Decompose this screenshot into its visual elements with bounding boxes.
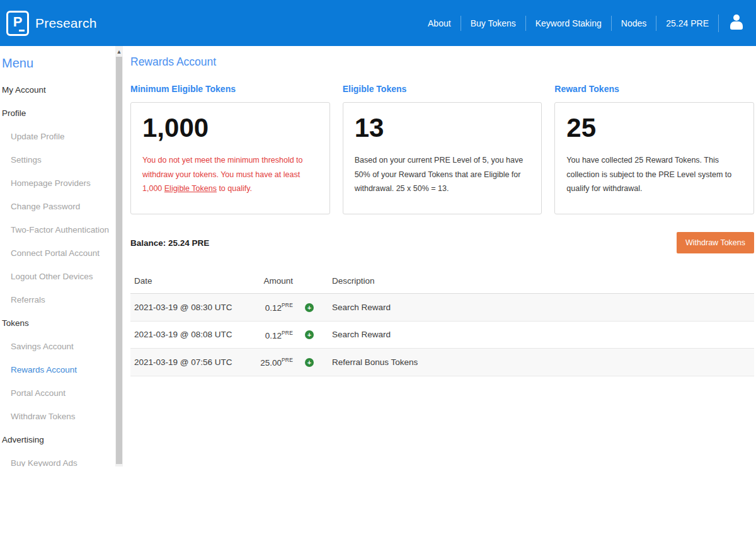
scroll-up-icon[interactable]: ▲ bbox=[115, 48, 123, 55]
sidebar-item[interactable]: Referrals bbox=[2, 288, 115, 311]
sidebar-item[interactable]: Update Profile bbox=[2, 125, 115, 148]
sidebar-item[interactable]: Settings bbox=[2, 148, 115, 171]
presearch-logo-icon: P bbox=[6, 11, 29, 36]
top-nav-item[interactable]: About bbox=[418, 16, 461, 31]
sidebar-item[interactable]: Rewards Account bbox=[2, 358, 115, 381]
tx-date: 2021-03-19 @ 07:56 UTC bbox=[130, 349, 250, 376]
sidebar-item[interactable]: Advertising bbox=[2, 428, 115, 451]
sidebar: Menu My Account Profile Update Profile S… bbox=[0, 46, 115, 467]
scrollbar-thumb[interactable] bbox=[116, 57, 122, 464]
card-minimum-eligible-tokens: Minimum Eligible Tokens 1,000 You do not… bbox=[130, 84, 330, 214]
table-row: 2021-03-19 @ 08:08 UTC 0.12PRE + Search … bbox=[130, 321, 754, 349]
sidebar-menu-title: Menu bbox=[2, 56, 115, 71]
card-reward-tokens: Reward Tokens 25 You have collected 25 R… bbox=[554, 84, 754, 214]
tx-amount: 25.00PRE bbox=[250, 349, 294, 376]
presearch-logo[interactable]: P Presearch bbox=[6, 11, 97, 36]
sidebar-item[interactable]: Profile bbox=[2, 102, 115, 125]
card-title: Minimum Eligible Tokens bbox=[130, 84, 330, 94]
tx-date: 2021-03-19 @ 08:08 UTC bbox=[130, 321, 250, 349]
sidebar-item[interactable]: Change Password bbox=[2, 195, 115, 218]
sidebar-list: My Account Profile Update Profile Settin… bbox=[2, 78, 115, 467]
main-content: Rewards Account Minimum Eligible Tokens … bbox=[123, 46, 756, 467]
table-header-row: Date Amount Description bbox=[130, 270, 754, 294]
sidebar-item[interactable]: Two-Factor Authentication bbox=[2, 218, 115, 241]
tx-description: Referral Bonus Tokens bbox=[321, 349, 754, 376]
minimum-tokens-warning: You do not yet meet the minimum threshol… bbox=[142, 153, 318, 196]
sidebar-item[interactable]: Withdraw Tokens bbox=[2, 405, 115, 428]
tx-description: Search Reward bbox=[321, 294, 754, 322]
sidebar-item[interactable]: Portal Account bbox=[2, 381, 115, 405]
sidebar-item[interactable]: Tokens bbox=[2, 311, 115, 335]
card-title: Eligible Tokens bbox=[343, 84, 542, 94]
plus-circle-icon[interactable]: + bbox=[305, 303, 314, 312]
sidebar-scrollbar[interactable]: ▲ bbox=[115, 46, 123, 467]
column-header-amount: Amount bbox=[250, 270, 294, 294]
transactions-table: Date Amount Description 2021-03-19 @ 08:… bbox=[130, 270, 754, 376]
tx-amount: 0.12PRE bbox=[250, 321, 294, 349]
reward-tokens-value: 25 bbox=[566, 113, 742, 143]
tx-date: 2021-03-19 @ 08:30 UTC bbox=[130, 294, 250, 322]
reward-tokens-text: You have collected 25 Reward Tokens. Thi… bbox=[566, 153, 742, 196]
eligible-tokens-link[interactable]: Eligible Tokens bbox=[164, 184, 217, 193]
top-nav: About Buy Tokens Keyword Staking Nodes 2… bbox=[418, 16, 718, 31]
tx-description: Search Reward bbox=[321, 321, 754, 349]
summary-cards: Minimum Eligible Tokens 1,000 You do not… bbox=[130, 84, 754, 214]
sidebar-item[interactable]: Buy Keyword Ads bbox=[2, 451, 115, 467]
top-nav-item[interactable]: 25.24 PRE bbox=[656, 16, 718, 31]
column-header-date: Date bbox=[130, 270, 250, 294]
card-eligible-tokens: Eligible Tokens 13 Based on your current… bbox=[343, 84, 542, 214]
card-title: Reward Tokens bbox=[554, 84, 754, 94]
column-header-description: Description bbox=[321, 270, 754, 294]
balance-label: Balance: 25.24 PRE bbox=[130, 238, 209, 248]
table-row: 2021-03-19 @ 08:30 UTC 0.12PRE + Search … bbox=[130, 294, 754, 322]
sidebar-item[interactable]: Homepage Providers bbox=[2, 171, 115, 195]
top-nav-item[interactable]: Buy Tokens bbox=[461, 16, 525, 31]
sidebar-item[interactable]: Savings Account bbox=[2, 335, 115, 358]
sidebar-item[interactable]: Logout Other Devices bbox=[2, 265, 115, 288]
top-nav-item[interactable]: Nodes bbox=[611, 16, 656, 31]
plus-circle-icon[interactable]: + bbox=[305, 330, 314, 339]
balance-row: Balance: 25.24 PRE Withdraw Tokens bbox=[130, 232, 754, 253]
plus-circle-icon[interactable]: + bbox=[305, 358, 314, 367]
sidebar-item[interactable]: My Account bbox=[2, 78, 115, 102]
tx-amount: 0.12PRE bbox=[250, 294, 294, 322]
withdraw-tokens-button[interactable]: Withdraw Tokens bbox=[677, 232, 754, 253]
brand-name: Presearch bbox=[35, 16, 97, 31]
sidebar-item[interactable]: Connect Portal Account bbox=[2, 241, 115, 265]
minimum-tokens-value: 1,000 bbox=[142, 113, 318, 143]
eligible-tokens-text: Based on your current PRE Level of 5, yo… bbox=[355, 153, 530, 196]
top-nav-item[interactable]: Keyword Staking bbox=[525, 16, 611, 31]
user-icon[interactable] bbox=[730, 14, 743, 30]
eligible-tokens-value: 13 bbox=[355, 113, 530, 143]
top-header: P Presearch About Buy Tokens Keyword Sta… bbox=[0, 0, 756, 46]
table-row: 2021-03-19 @ 07:56 UTC 25.00PRE + Referr… bbox=[130, 349, 754, 376]
page-title: Rewards Account bbox=[130, 55, 754, 69]
